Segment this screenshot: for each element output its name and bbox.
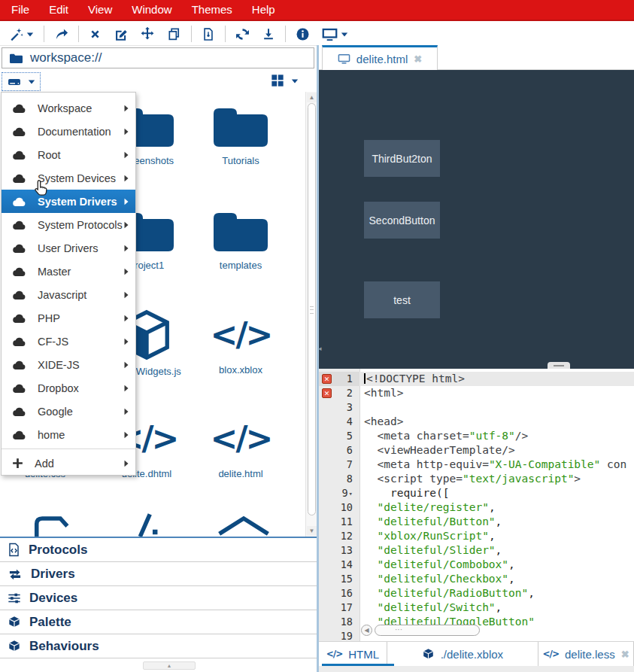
toolbar-redo-arrow-button[interactable] [48,26,74,43]
menubar-item-file[interactable]: File [2,0,39,20]
text-cursor [364,373,366,384]
preview-button-thirdbut2ton[interactable]: ThirdBut2ton [364,140,440,177]
toolbar-download-button[interactable] [256,26,281,42]
editor-line-11[interactable]: 11 "deliteful/Button", [319,515,634,529]
drive-menu-item-system-drivers[interactable]: System Drivers [2,190,135,213]
preview-button-test[interactable]: test [364,281,440,318]
menu-item-label: home [38,429,65,441]
drive-menu-item-add[interactable]: Add [2,452,135,475]
editor-line-14[interactable]: 14 "deliteful/Combobox", [319,558,634,572]
editor-line-17[interactable]: 17 "deliteful/Switch", [319,601,634,615]
drive-menu-item-system-devices[interactable]: System Devices [2,166,135,190]
drive-menu-item-root[interactable]: Root [2,143,135,166]
menubar-item-help[interactable]: Help [242,0,285,20]
toolbar-display-button[interactable] [316,26,354,43]
editor-horizontal-scrollbar[interactable]: ◀ ··· [361,625,493,636]
scrollbar-thumb[interactable] [308,103,316,515]
file-icon-partial [120,509,165,537]
file-icon-partial [26,509,79,537]
horizontal-splitter-handle[interactable] [548,362,570,369]
accordion-header-protocols[interactable]: Protocols [0,538,317,562]
drive-menu-item-cf-js[interactable]: CF-JS [2,330,135,353]
editor-tab-delite-less[interactable]: </>delite.less✖ [538,642,634,666]
submenu-arrow-icon [123,128,129,135]
drive-menu-item-google[interactable]: Google [2,400,135,423]
drive-menu-item-home[interactable]: home [2,423,135,446]
toolbar-move-button[interactable] [134,25,161,43]
editor-line-16[interactable]: 16 "deliteful/RadioButton", [319,586,634,601]
toolbar-refresh-button[interactable] [229,26,256,43]
menu-item-label: Google [38,406,73,418]
drive-menu-item-workspace[interactable]: Workspace [2,96,135,120]
toolbar-edit-button[interactable] [108,26,134,43]
view-mode-button[interactable] [271,74,299,87]
file-item-blox-xblox[interactable]: </>blox.xblox [192,309,290,376]
editor-line-15[interactable]: 15 "deliteful/Checkbox", [319,572,634,586]
editor-line-10[interactable]: 10 "delite/register", [319,500,634,515]
drive-menu-item-user-drivers[interactable]: User Drivers [2,236,135,260]
toolbar-magic-wand-button[interactable] [3,26,40,43]
editor-line-5[interactable]: 5 <meta charset="utf-8"/> [319,429,634,443]
drive-menu-item-master[interactable]: Master [2,260,135,283]
tab-label: ./delite.xblox [441,648,503,661]
scroll-left-arrow[interactable]: ◀ [361,625,372,636]
editor-line-9[interactable]: 9▾ require([ [319,486,634,500]
toolbar-info-button[interactable] [290,26,316,43]
editor-line-2[interactable]: 2✕<html> [319,386,634,400]
toolbar-close-button[interactable] [83,26,108,42]
accordion-header-drivers[interactable]: Drivers [0,562,317,586]
redo-arrow-icon [54,27,68,41]
toolbar-separator [191,26,192,42]
editor-line-12[interactable]: 12 "xblox/RunScript", [319,529,634,543]
editor-line-1[interactable]: 1✕<!DOCTYPE html> [319,372,634,386]
panel-collapse-handle[interactable]: ▲ [143,661,196,670]
file-item-templates[interactable]: templates [192,207,290,271]
drive-menu-item-dropbox[interactable]: Dropbox [2,376,135,400]
html-preview-canvas[interactable]: ThirdBut2tonSecondButtontest [319,70,634,369]
close-icon[interactable]: ✖ [414,53,422,65]
scroll-down-arrow[interactable]: ▼ [307,526,317,536]
toolbar-copy-button[interactable] [161,26,187,43]
editor-line-13[interactable]: 13 "deliteful/Slider", [319,543,634,558]
tab-delite-html[interactable]: delite.html ✖ [322,45,438,70]
cloud-icon [11,172,27,184]
code-editor[interactable]: 1✕<!DOCTYPE html>2✕<html>34<head>5 <meta… [319,369,634,641]
scroll-up-arrow[interactable]: ▲ [307,93,317,102]
accordion-header-behaviours[interactable]: Behaviours [0,634,317,658]
editor-tab-html[interactable]: </>HTML [319,642,387,666]
scrollbar-thumb[interactable]: ··· [375,625,480,636]
editor-line-3[interactable]: 3 [319,400,634,415]
editor-line-7[interactable]: 7 <meta http-equiv="X-UA-Compatible" con [319,458,634,472]
editor-line-4[interactable]: 4<head> [319,415,634,429]
drive-menu-item-javascript[interactable]: Javascript [2,283,135,306]
chevron-down-icon [28,78,35,85]
menubar-item-edit[interactable]: Edit [39,0,78,20]
drive-menu-item-xide-js[interactable]: XIDE-JS [2,353,135,376]
drive-menu-item-system-protocols[interactable]: System Protocols [2,213,135,236]
address-bar[interactable]: workspace:// [2,47,314,68]
drive-menu-item-php[interactable]: PHP [2,306,135,330]
menubar-item-themes[interactable]: Themes [182,0,242,20]
close-icon[interactable]: ✖ [621,649,629,660]
editor-line-6[interactable]: 6 <viewHeaderTemplate/> [319,443,634,458]
editor-tab-bar: </>HTML./delite.xblox</>delite.less✖ [319,641,634,666]
drive-menu-button[interactable] [2,73,40,90]
accordion-header-devices[interactable]: Devices [0,586,317,610]
accordion-panel-list: ProtocolsDriversDevicesPaletteBehaviours [0,538,317,658]
cloud-icon [11,219,27,230]
menubar-item-window[interactable]: Window [122,0,181,20]
editor-line-8[interactable]: 8 <script type="text/javascript"> [319,472,634,486]
file-item-delite-html[interactable]: </>delite.html [192,412,290,479]
preview-button-secondbutton[interactable]: SecondButton [364,202,440,239]
file-browser-scrollbar[interactable]: ▲ ▼ [305,92,317,537]
submenu-arrow-icon [123,151,129,159]
cloud-icon [11,126,27,137]
drive-menu-item-documentation[interactable]: Documentation [2,120,135,143]
menubar-item-view[interactable]: View [78,0,122,20]
splitter-collapse-icon[interactable]: ◂ [318,345,322,352]
fold-caret-icon[interactable]: ▾ [349,490,353,497]
toolbar-file-report-button[interactable] [196,26,221,43]
editor-tab--delite-xblox[interactable]: ./delite.xblox [387,642,538,666]
file-item-tutorials[interactable]: Tutorials [192,102,290,166]
accordion-header-palette[interactable]: Palette [0,610,317,634]
